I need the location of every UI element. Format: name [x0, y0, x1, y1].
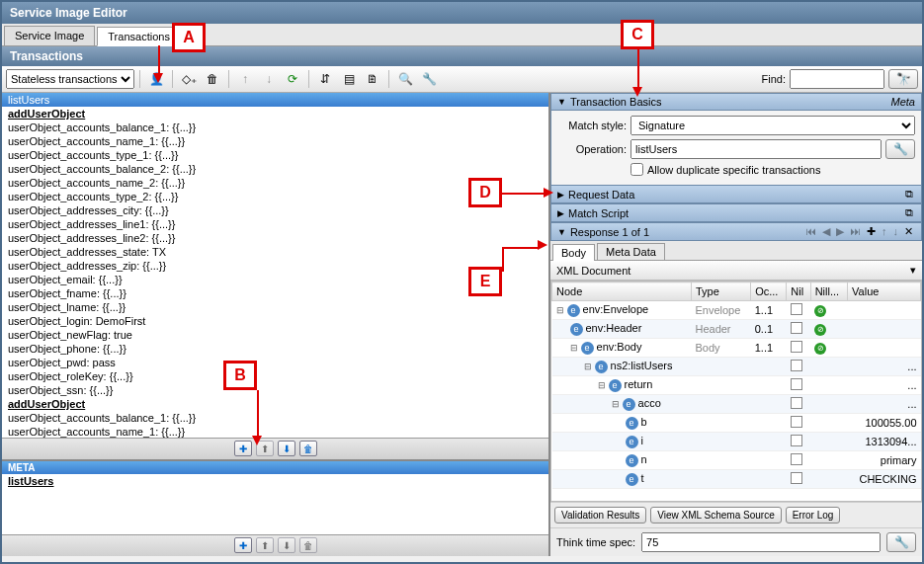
panel-transaction-basics[interactable]: ▼ Transaction Basics Meta	[550, 93, 922, 111]
col-occ[interactable]: Oc...	[751, 282, 787, 301]
operation-wrench-icon[interactable]: 🔧	[885, 139, 915, 159]
prev-icon[interactable]: ◀	[820, 225, 832, 238]
tree-node-adduserobject-2[interactable]: addUserObject	[2, 397, 548, 411]
move-up-icon[interactable]: ↑	[880, 225, 889, 238]
col-nil[interactable]: Nil	[787, 282, 810, 301]
tab-transactions[interactable]: Transactions	[97, 27, 181, 46]
up-button-icon[interactable]: ⬆	[256, 537, 274, 553]
tree-row[interactable]: userObject_accounts_name_2: {{...}}	[2, 176, 548, 190]
view-schema-button[interactable]: View XML Schema Source	[650, 507, 781, 524]
xml-row[interactable]: ⊟ ereturn...	[552, 376, 921, 395]
document-icon[interactable]: 🗎	[362, 69, 383, 89]
add-button-icon[interactable]: ✚	[234, 441, 252, 456]
tree-row[interactable]: userObject_fname: {{...}}	[2, 286, 548, 300]
tree-row[interactable]: userObject_email: {{...}}	[2, 273, 548, 286]
xml-row[interactable]: ⊟ eacco...	[552, 395, 921, 414]
match-style-select[interactable]: Signature	[630, 116, 915, 135]
panel-match-script[interactable]: ▶ Match Script ⧉	[550, 203, 922, 222]
think-time-wrench-icon[interactable]: 🔧	[886, 532, 916, 552]
tree-row[interactable]: userObject_roleKey: {{...}}	[2, 369, 548, 383]
meta-row-listusers[interactable]: listUsers	[2, 474, 548, 488]
down-button-icon[interactable]: ⬇	[278, 441, 295, 456]
binoculars-icon[interactable]: 🔭	[888, 69, 918, 89]
popout-icon[interactable]: ⧉	[903, 188, 915, 201]
col-node[interactable]: Node	[552, 282, 692, 301]
tree-row[interactable]: userObject_addresses_zip: {{...}}	[2, 259, 548, 273]
col-type[interactable]: Type	[691, 282, 750, 301]
validation-results-button[interactable]: Validation Results	[554, 507, 646, 524]
arrow-up-icon[interactable]: ↑	[234, 69, 256, 89]
xml-row[interactable]: ei1313094...	[552, 433, 921, 451]
remove-button-icon[interactable]: 🗑	[299, 537, 317, 553]
xml-row[interactable]: ⊟ eenv:EnvelopeEnvelope1..1⊘	[552, 301, 921, 320]
tree-row[interactable]: userObject_newFlag: true	[2, 328, 548, 342]
list-icon[interactable]: ▤	[338, 69, 360, 89]
xml-row[interactable]: enprimary	[552, 451, 921, 470]
add-icon[interactable]: ◇₊	[178, 69, 200, 89]
tab-service-image[interactable]: Service Image	[4, 26, 95, 45]
arrow-down-icon[interactable]: ↓	[258, 69, 280, 89]
xml-row[interactable]: ⊟ ens2:listUsers...	[552, 358, 921, 376]
xml-dropdown-icon[interactable]: ▾	[910, 264, 916, 277]
find-input[interactable]	[790, 69, 884, 89]
up-button-icon[interactable]: ⬆	[256, 441, 274, 456]
tree-row[interactable]: userObject_pwd: pass	[2, 356, 548, 369]
tree-row[interactable]: userObject_accounts_type_1: {{...}}	[2, 148, 548, 162]
xml-row[interactable]: etCHECKING	[552, 470, 921, 489]
close-icon[interactable]: ✕	[902, 225, 915, 238]
top-tab-strip: Service Image Transactions	[2, 24, 922, 46]
xml-tree-table[interactable]: Node Type Oc... Nil Nill... Value ⊟ eenv…	[550, 281, 922, 502]
delete-icon[interactable]: 🗑	[202, 69, 223, 89]
add-button-icon[interactable]: ✚	[234, 537, 252, 553]
tree-row[interactable]: userObject_accounts_name_1: {{...}}	[2, 425, 548, 438]
tree-row[interactable]: userObject_lname: {{...}}	[2, 300, 548, 314]
tree-row[interactable]: userObject_addresses_state: TX	[2, 245, 548, 259]
search-icon[interactable]: 🔍	[394, 69, 416, 89]
tree-row[interactable]: userObject_phone: {{...}}	[2, 342, 548, 356]
wrench-icon[interactable]: 🔧	[418, 69, 440, 89]
tree-node-adduserobject[interactable]: addUserObject	[2, 107, 548, 121]
allow-duplicate-checkbox[interactable]	[630, 163, 643, 176]
meta-header: META	[2, 461, 548, 474]
xml-row[interactable]: eenv:HeaderHeader0..1⊘	[552, 320, 921, 339]
transactions-section-header: Transactions	[2, 46, 922, 66]
refresh-icon[interactable]: ⟳	[282, 69, 303, 89]
user-icon[interactable]: 👤	[145, 69, 167, 89]
xml-row[interactable]: ⊟ eenv:BodyBody1..1⊘	[552, 339, 921, 358]
down-button-icon[interactable]: ⬇	[278, 537, 295, 553]
disclosure-down-icon: ▼	[557, 227, 566, 237]
add-response-icon[interactable]: ✚	[865, 225, 878, 238]
tab-meta-data[interactable]: Meta Data	[597, 243, 665, 260]
popout-icon[interactable]: ⧉	[903, 206, 915, 219]
transaction-mode-select[interactable]: Stateless transactions	[6, 69, 134, 89]
tree-row[interactable]: userObject_accounts_type_2: {{...}}	[2, 190, 548, 203]
move-down-icon[interactable]: ↓	[891, 225, 901, 238]
tree-row[interactable]: userObject_addresses_line1: {{...}}	[2, 217, 548, 231]
transaction-tree[interactable]: listUsers addUserObject userObject_accou…	[2, 93, 548, 438]
next-icon[interactable]: ▶	[834, 225, 846, 238]
tab-body[interactable]: Body	[552, 244, 595, 261]
col-nill[interactable]: Nill...	[810, 282, 847, 301]
tree-row[interactable]: userObject_accounts_balance_2: {{...}}	[2, 162, 548, 176]
meta-tree[interactable]: listUsers	[2, 474, 548, 534]
tree-row[interactable]: userObject_accounts_balance_1: {{...}}	[2, 121, 548, 134]
xml-row[interactable]: eb100055.00	[552, 414, 921, 433]
left-pane: listUsers addUserObject userObject_accou…	[2, 93, 550, 556]
error-log-button[interactable]: Error Log	[786, 507, 841, 524]
tree-row[interactable]: userObject_accounts_balance_1: {{...}}	[2, 411, 548, 425]
tree-node-listusers[interactable]: listUsers	[2, 93, 548, 107]
tree-row[interactable]: userObject_ssn: {{...}}	[2, 383, 548, 397]
tree-row[interactable]: userObject_login: DemoFirst	[2, 314, 548, 328]
panel-response[interactable]: ▼ Response 1 of 1 ⏮ ◀ ▶ ⏭ ✚ ↑ ↓ ✕	[550, 222, 922, 241]
last-icon[interactable]: ⏭	[848, 225, 863, 238]
tree-row[interactable]: userObject_addresses_line2: {{...}}	[2, 231, 548, 245]
remove-button-icon[interactable]: 🗑	[299, 441, 317, 456]
tree-row[interactable]: userObject_addresses_city: {{...}}	[2, 203, 548, 217]
panel-request-data[interactable]: ▶ Request Data ⧉	[550, 185, 922, 203]
first-icon[interactable]: ⏮	[803, 225, 818, 238]
tree-row[interactable]: userObject_accounts_name_1: {{...}}	[2, 134, 548, 148]
col-value[interactable]: Value	[848, 282, 921, 301]
sort-icon[interactable]: ⇵	[314, 69, 336, 89]
operation-input[interactable]	[630, 139, 882, 159]
think-time-input[interactable]	[641, 532, 881, 552]
